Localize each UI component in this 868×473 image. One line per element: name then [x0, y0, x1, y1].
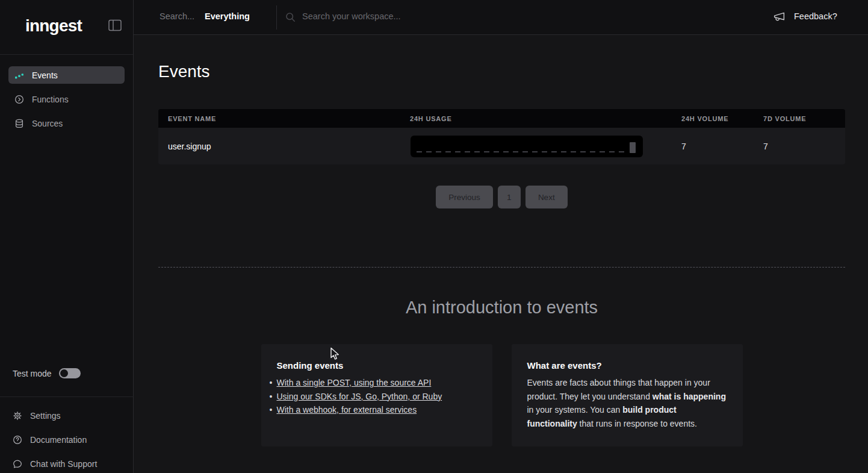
- link-source-api[interactable]: With a single POST, using the source API: [277, 378, 432, 387]
- test-mode-toggle[interactable]: [59, 368, 81, 378]
- sidebar-item-label: Sources: [32, 119, 63, 128]
- sending-events-heading: Sending events: [277, 360, 477, 371]
- list-item: With a single POST, using the source API: [277, 376, 477, 390]
- sidebar-divider: [0, 396, 134, 397]
- table-row[interactable]: user.signup 7 7: [158, 128, 845, 164]
- event-name-cell: user.signup: [158, 142, 410, 151]
- link-webhook[interactable]: With a webhook, for external services: [277, 405, 417, 415]
- functions-circle-arrow-icon: [14, 95, 24, 104]
- intro-cards: Sending events With a single POST, using…: [158, 344, 845, 446]
- footer-item-label: Documentation: [30, 435, 87, 445]
- sidebar-item-settings[interactable]: Settings: [13, 404, 127, 428]
- search-scope-selector[interactable]: Everything: [205, 11, 250, 21]
- what-are-events-card: What are events? Events are facts about …: [512, 344, 743, 446]
- question-circle-icon: [13, 435, 22, 445]
- topbar: Search... Everything Search your workspa…: [134, 0, 868, 35]
- sidebar-nav: Events Functions Sources: [0, 55, 133, 132]
- volume-24h-cell: 7: [681, 142, 763, 151]
- column-header-24h-usage: 24H USAGE: [410, 115, 681, 122]
- sending-events-list: With a single POST, using the source API…: [277, 376, 477, 417]
- sidebar-item-label: Functions: [32, 95, 69, 104]
- events-dots-icon: [14, 70, 24, 80]
- sidebar-item-functions[interactable]: Functions: [8, 90, 125, 108]
- footer-item-label: Settings: [30, 411, 61, 421]
- sparkline-baseline: [417, 151, 628, 152]
- sidebar-item-chat-support[interactable]: Chat with Support: [13, 452, 127, 473]
- quick-search-button[interactable]: Search...: [160, 11, 194, 21]
- sources-database-icon: [14, 119, 24, 128]
- chat-bubble-icon: [13, 459, 22, 469]
- section-divider: [158, 267, 845, 268]
- sidebar-item-label: Events: [32, 70, 58, 80]
- test-mode-label: Test mode: [13, 369, 52, 378]
- sidebar-item-events[interactable]: Events: [8, 66, 125, 84]
- topbar-divider: [276, 5, 277, 30]
- sidebar-footer-nav: Settings Documentation Chat with Support: [13, 404, 127, 473]
- column-header-24h-volume: 24H VOLUME: [681, 115, 763, 122]
- previous-page-button[interactable]: Previous: [436, 186, 493, 208]
- feedback-link[interactable]: Feedback?: [794, 11, 837, 21]
- intro-heading: An introduction to events: [158, 298, 845, 318]
- sidebar-item-sources[interactable]: Sources: [8, 114, 125, 132]
- gear-icon: [13, 411, 22, 421]
- pagination: Previous 1 Next: [158, 186, 845, 208]
- table-header-row: EVENT NAME 24H USAGE 24H VOLUME 7D VOLUM…: [158, 109, 845, 128]
- inngest-logo: inngest: [25, 16, 82, 36]
- column-header-event-name: EVENT NAME: [158, 115, 410, 122]
- list-item: Using our SDKs for JS, Go, Python, or Ru…: [277, 390, 477, 404]
- usage-sparkline-chart: [411, 136, 643, 157]
- search-icon: [285, 12, 296, 22]
- column-header-7d-volume: 7D VOLUME: [763, 115, 845, 122]
- what-are-events-text: Events are facts about things that happe…: [527, 376, 727, 430]
- page-title: Events: [158, 62, 210, 81]
- sidebar-header: inngest: [0, 0, 133, 55]
- usage-sparkline-cell: [410, 136, 681, 157]
- page-number-button[interactable]: 1: [498, 186, 521, 208]
- next-page-button[interactable]: Next: [525, 186, 568, 208]
- what-are-events-heading: What are events?: [527, 360, 727, 371]
- sidebar-item-documentation[interactable]: Documentation: [13, 428, 127, 452]
- list-item: With a webhook, for external services: [277, 403, 477, 417]
- volume-7d-cell: 7: [763, 142, 845, 151]
- footer-item-label: Chat with Support: [30, 459, 97, 469]
- workspace-search-input[interactable]: Search your workspace...: [302, 11, 401, 21]
- collapse-sidebar-icon[interactable]: [108, 19, 122, 31]
- main-content: Events EVENT NAME 24H USAGE 24H VOLUME 7…: [134, 35, 868, 473]
- sending-events-card: Sending events With a single POST, using…: [261, 344, 492, 446]
- toggle-knob: [60, 369, 68, 377]
- sidebar: inngest Events: [0, 0, 134, 473]
- test-mode-row: Test mode: [13, 368, 81, 378]
- events-table: EVENT NAME 24H USAGE 24H VOLUME 7D VOLUM…: [158, 109, 845, 164]
- megaphone-icon[interactable]: [773, 10, 786, 23]
- link-sdks[interactable]: Using our SDKs for JS, Go, Python, or Ru…: [277, 392, 442, 401]
- sparkline-bar: [630, 142, 636, 153]
